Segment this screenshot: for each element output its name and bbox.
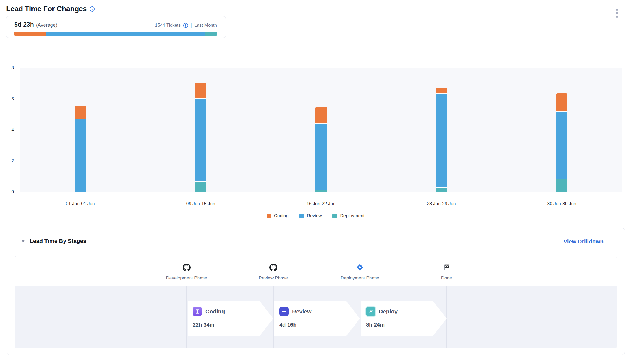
commit-icon bbox=[279, 307, 289, 316]
x-tick-label: 30 Jun-30 Jun bbox=[502, 201, 622, 206]
bar-segment-review bbox=[75, 119, 86, 192]
phase-development: Development Phase bbox=[146, 256, 227, 281]
legend-swatch bbox=[267, 214, 271, 218]
stages-header: Lead Time By Stages bbox=[21, 238, 86, 244]
phase-divider bbox=[273, 286, 274, 348]
bar-segment-coding bbox=[195, 83, 206, 98]
phase-done: Done bbox=[406, 256, 487, 281]
bar-segment-coding bbox=[556, 93, 567, 111]
stage-title: Review bbox=[292, 308, 311, 315]
stage-title: Coding bbox=[205, 308, 225, 315]
hourglass-icon bbox=[193, 307, 202, 316]
bar-slot bbox=[381, 68, 502, 192]
bar-segment-coding bbox=[316, 107, 327, 123]
bar-slot bbox=[20, 68, 141, 192]
period-label: Last Month bbox=[194, 23, 217, 28]
stacked-bar-16 Jun-22 Jun[interactable] bbox=[316, 107, 327, 192]
chart-x-axis: 01 Jun-01 Jun09 Jun-15 Jun16 Jun-22 Jun2… bbox=[20, 201, 622, 206]
average-label: (Average) bbox=[36, 22, 57, 28]
bar-segment-deployment bbox=[556, 179, 567, 192]
separator: | bbox=[191, 23, 192, 28]
stacked-bar-09 Jun-15 Jun[interactable] bbox=[195, 83, 206, 192]
page-title: Lead Time For Changes bbox=[6, 5, 87, 13]
stages-title: Lead Time By Stages bbox=[30, 238, 86, 244]
stage-card-coding: Coding 22h 34m bbox=[188, 301, 273, 336]
phase-label: Deployment Phase bbox=[320, 275, 400, 281]
phase-divider bbox=[360, 286, 360, 348]
stage-card-deploy: Deploy 8h 24m bbox=[361, 301, 447, 336]
progress-segment-coding bbox=[14, 32, 46, 36]
legend-swatch bbox=[299, 214, 304, 218]
phase-divider bbox=[186, 286, 187, 348]
x-tick-label: 09 Jun-15 Jun bbox=[141, 201, 261, 206]
stacked-bar-01 Jun-01 Jun[interactable] bbox=[75, 106, 86, 192]
lead-time-dashboard: Lead Time For Changes 5d 23h (Average) 1… bbox=[0, 0, 631, 364]
kebab-menu-icon[interactable] bbox=[615, 8, 619, 19]
summary-meta: 1544 Tickets | Last Month bbox=[155, 23, 217, 28]
y-tick-label: 4 bbox=[3, 127, 14, 133]
progress-segment-deployment bbox=[205, 32, 217, 36]
x-tick-label: 16 Jun-22 Jun bbox=[261, 201, 381, 206]
tickets-count: 1544 Tickets bbox=[155, 23, 181, 28]
summary-progress-bar bbox=[14, 32, 217, 36]
bar-segment-deployment bbox=[195, 182, 206, 192]
stage-duration: 4d 16h bbox=[279, 322, 360, 328]
legend-swatch bbox=[332, 214, 337, 218]
phase-label: Development Phase bbox=[146, 275, 227, 281]
legend-label: Coding bbox=[274, 213, 289, 219]
bar-segment-review bbox=[195, 99, 206, 181]
y-tick-label: 0 bbox=[3, 189, 14, 195]
bar-segment-deployment bbox=[316, 190, 327, 192]
legend-label: Review bbox=[307, 213, 322, 219]
lead-time-by-stages-section: Lead Time By Stages View Drilldown Devel… bbox=[7, 228, 625, 355]
phase-divider bbox=[446, 286, 447, 348]
info-icon[interactable] bbox=[89, 6, 95, 12]
legend-item-review[interactable]: Review bbox=[299, 213, 322, 219]
phase-label: Review Phase bbox=[233, 275, 314, 281]
bar-slot bbox=[141, 68, 261, 192]
github-icon bbox=[233, 263, 314, 272]
stage-card-review: Review 4d 16h bbox=[274, 301, 360, 336]
y-tick-label: 2 bbox=[3, 158, 14, 164]
bar-segment-review bbox=[436, 94, 447, 187]
bar-segment-deployment bbox=[436, 188, 447, 192]
stacked-bar-23 Jun-29 Jun[interactable] bbox=[436, 88, 447, 192]
rocket-icon bbox=[366, 307, 375, 316]
stages-body: Coding 22h 34m Review bbox=[15, 286, 617, 348]
checkered-flag-icon bbox=[406, 263, 487, 272]
summary-row: 5d 23h (Average) 1544 Tickets | Last Mon… bbox=[14, 21, 217, 28]
legend-label: Deployment bbox=[340, 213, 364, 219]
phase-label: Done bbox=[406, 275, 487, 281]
stages-table: Development Phase Review Phase Deploymen… bbox=[15, 256, 617, 348]
y-tick-label: 6 bbox=[3, 96, 14, 102]
stage-duration: 8h 24m bbox=[366, 322, 447, 328]
view-drilldown-link[interactable]: View Drilldown bbox=[563, 238, 604, 245]
info-icon[interactable] bbox=[183, 23, 188, 28]
average-lead-time-value: 5d 23h bbox=[14, 21, 34, 28]
stacked-bar-30 Jun-30 Jun[interactable] bbox=[556, 93, 567, 192]
phase-deployment: Deployment Phase bbox=[320, 256, 400, 281]
bar-segment-review bbox=[316, 124, 327, 189]
progress-segment-review bbox=[46, 32, 205, 36]
bar-segment-coding bbox=[75, 106, 86, 119]
y-tick-label: 8 bbox=[3, 65, 14, 71]
stage-duration: 22h 34m bbox=[193, 322, 273, 328]
section-divider bbox=[6, 227, 625, 227]
phase-review: Review Phase bbox=[233, 256, 314, 281]
github-icon bbox=[146, 263, 227, 272]
chart-plot-area bbox=[20, 68, 622, 192]
jira-diamond-icon bbox=[320, 263, 400, 272]
summary-card: 5d 23h (Average) 1544 Tickets | Last Mon… bbox=[6, 16, 226, 38]
bar-slot bbox=[502, 68, 622, 192]
chart-legend: CodingReviewDeployment bbox=[0, 213, 631, 219]
bar-segment-coding bbox=[436, 88, 447, 93]
stage-title: Deploy bbox=[379, 308, 398, 315]
page-header: Lead Time For Changes bbox=[6, 5, 95, 13]
x-tick-label: 01 Jun-01 Jun bbox=[20, 201, 141, 206]
bar-segment-review bbox=[556, 112, 567, 178]
bar-slot bbox=[261, 68, 381, 192]
chevron-down-icon[interactable] bbox=[21, 240, 25, 242]
legend-item-deployment[interactable]: Deployment bbox=[332, 213, 364, 219]
legend-item-coding[interactable]: Coding bbox=[267, 213, 289, 219]
x-tick-label: 23 Jun-29 Jun bbox=[381, 201, 502, 206]
